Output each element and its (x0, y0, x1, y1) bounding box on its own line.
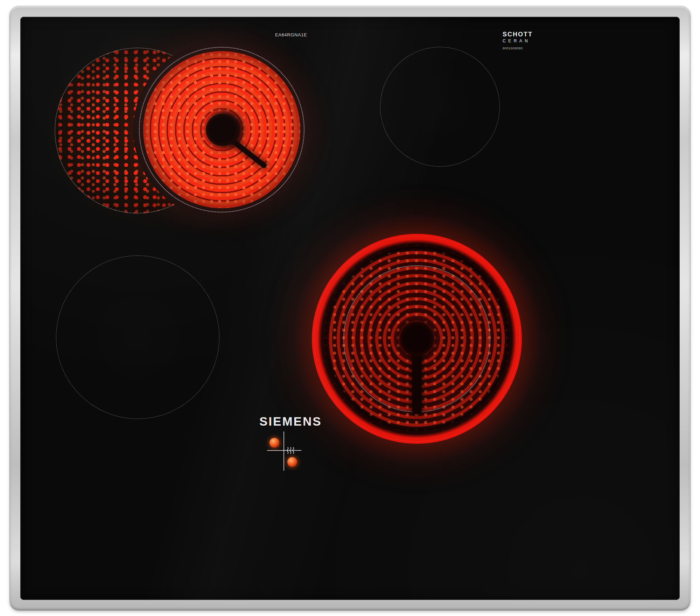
cooking-zone-rear-right (380, 47, 500, 167)
indicator-cross-vertical-line (284, 432, 284, 471)
cooking-zone-rear-left (55, 41, 300, 218)
model-number-label: EA64RGNA1E (275, 32, 307, 37)
ceramic-glass-surface: EA64RGNA1E SCHOTT CERAN 9001609080 SIEME… (20, 17, 680, 600)
cooking-zone-front-left (56, 255, 219, 419)
siemens-logo: SIEMENS (259, 414, 322, 428)
indicator-cross-horizontal-line (267, 450, 301, 451)
cooking-zone-front-right (291, 213, 543, 465)
heat-waves-icon (286, 447, 295, 455)
glass-serial-number: 9001609080 (503, 46, 533, 50)
element-center-hub (206, 114, 238, 146)
residual-heat-indicator-light (270, 438, 279, 448)
dual-zone-main-element (133, 41, 310, 218)
ceran-logo-text: CERAN (503, 38, 533, 43)
schott-ceran-logo: SCHOTT CERAN 9001609080 (503, 31, 533, 50)
schott-logo-text: SCHOTT (503, 31, 533, 38)
residual-heat-indicator-light (287, 457, 297, 467)
ceramic-hob: EA64RGNA1E SCHOTT CERAN 9001609080 SIEME… (10, 6, 690, 610)
heating-coil (312, 234, 522, 444)
